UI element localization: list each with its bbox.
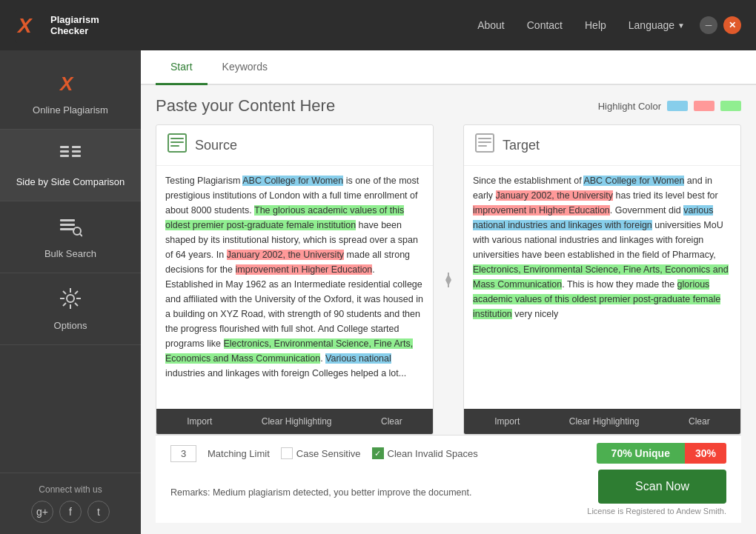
svg-rect-33 [478,145,487,147]
sidebar-bottom: Connect with us g+ f t [0,473,141,534]
target-panel-footer: Import Clear Highlighting Clear [464,409,740,434]
matching-limit-input[interactable] [170,445,196,462]
case-sensitive-checkbox-area[interactable]: Case Sensitive [281,447,361,459]
target-text-area[interactable]: Since the establishment of ABC College f… [464,166,740,409]
google-plus-icon[interactable]: g+ [31,501,53,523]
tab-start[interactable]: Start [156,50,208,85]
sidebar-label-bulk-search: Bulk Search [44,248,96,259]
svg-rect-9 [60,219,75,221]
svg-rect-11 [60,228,75,230]
svg-line-20 [75,303,78,306]
color-swatch-red[interactable] [694,101,714,111]
svg-line-13 [80,234,82,236]
svg-rect-4 [60,150,69,153]
source-icon [167,133,188,158]
main-layout: X Online Plagiarism Side by Side Compari… [0,50,756,534]
facebook-icon[interactable]: f [59,501,82,523]
close-button[interactable]: ✕ [723,16,741,34]
logo-text: Plagiarism Checker [50,14,99,36]
svg-line-21 [75,291,78,294]
bottom-bar: Matching Limit Case Sensitive ✓ Clean In… [156,435,741,523]
svg-rect-7 [72,150,81,153]
svg-rect-6 [72,146,81,148]
source-clear-button[interactable]: Clear [375,415,408,428]
svg-marker-28 [445,280,451,286]
target-clear-highlighting-button[interactable]: Clear Highlighting [563,415,646,428]
nav-help[interactable]: Help [585,19,606,31]
bulk-search-icon [59,215,82,244]
svg-rect-5 [60,155,69,157]
scan-now-button[interactable]: Scan Now [598,470,726,504]
clean-invalid-checkbox[interactable]: ✓ [372,447,384,459]
svg-rect-8 [72,155,81,157]
highlight-color-area: Highlight Color [598,101,741,112]
svg-rect-31 [478,138,491,139]
svg-point-12 [73,227,81,235]
chevron-down-icon: ▼ [677,21,685,30]
svg-marker-29 [445,274,451,280]
plagiarized-score: 30% [685,443,726,464]
unique-score: 70% Unique [597,443,685,464]
logo-icon: X [15,10,44,40]
minimize-button[interactable]: ─ [700,16,717,34]
svg-line-19 [63,291,66,294]
sidebar-item-side-by-side[interactable]: Side by Side Comparison [0,130,141,201]
svg-line-22 [63,303,66,306]
sidebar-item-options[interactable]: Options [0,273,141,345]
remarks-text: Remarks: Medium plagiarism detected, you… [170,487,471,498]
color-swatch-blue[interactable] [667,101,688,111]
sidebar-item-online-plagiarism[interactable]: X Online Plagiarism [0,58,141,130]
svg-rect-26 [170,145,179,147]
sidebar-item-bulk-search[interactable]: Bulk Search [0,201,141,273]
clean-invalid-label: Clean Invalid Spaces [388,448,478,459]
nav-contact[interactable]: Contact [527,19,563,31]
matching-limit-label: Matching Limit [208,448,270,459]
nav-about[interactable]: About [477,19,505,31]
svg-text:X: X [16,14,33,37]
sidebar-label-options: Options [54,320,87,331]
svg-point-14 [67,295,74,302]
options-icon [59,287,82,316]
svg-rect-3 [60,146,69,148]
page-title: Paste your Content Here [156,96,335,116]
connect-label: Connect with us [7,484,133,495]
case-sensitive-checkbox[interactable] [281,447,293,459]
sidebar-label-side-by-side: Side by Side Comparison [16,176,125,187]
target-icon [474,133,495,158]
svg-text:X: X [59,73,74,95]
source-clear-highlighting-button[interactable]: Clear Highlighting [256,415,338,428]
panels-arrow [441,124,456,435]
target-panel-header: Target [464,125,740,166]
sidebar: X Online Plagiarism Side by Side Compari… [0,50,141,534]
window-controls: ─ ✕ [700,16,741,34]
source-panel: Source Testing Plagiarism ABC College fo… [156,124,434,435]
topbar: X Plagiarism Checker About Contact Help … [0,0,756,50]
tabs: Start Keywords [141,50,756,85]
remarks-bar: Remarks: Medium plagiarism detected, you… [170,470,726,515]
panels-row: Source Testing Plagiarism ABC College fo… [156,124,741,435]
target-clear-button[interactable]: Clear [683,415,716,428]
side-by-side-icon [59,143,82,172]
clean-invalid-checkbox-area[interactable]: ✓ Clean Invalid Spaces [372,447,478,459]
content-area: Start Keywords Paste your Content Here H… [141,50,756,534]
svg-rect-32 [478,141,491,143]
color-swatch-green[interactable] [720,101,741,111]
svg-rect-25 [170,141,184,143]
svg-rect-10 [60,224,75,226]
page-content: Paste your Content Here Highlight Color [141,85,756,534]
case-sensitive-label: Case Sensitive [296,448,361,459]
logo: X Plagiarism Checker [15,10,99,40]
social-icons: g+ f t [7,501,133,523]
source-panel-footer: Import Clear Highlighting Clear [156,409,433,434]
tab-keywords[interactable]: Keywords [208,50,282,85]
sidebar-label-online-plagiarism: Online Plagiarism [33,104,108,116]
topbar-nav: About Contact Help Language ▼ [477,19,685,31]
language-dropdown[interactable]: Language ▼ [629,19,685,31]
source-import-button[interactable]: Import [181,415,218,428]
highlight-color-label: Highlight Color [598,101,661,112]
twitter-icon[interactable]: t [87,501,110,523]
page-header: Paste your Content Here Highlight Color [156,96,741,116]
target-import-button[interactable]: Import [488,415,525,428]
bottom-controls: Matching Limit Case Sensitive ✓ Clean In… [170,443,726,464]
source-text-area[interactable]: Testing Plagiarism ABC College for Women… [156,166,433,409]
